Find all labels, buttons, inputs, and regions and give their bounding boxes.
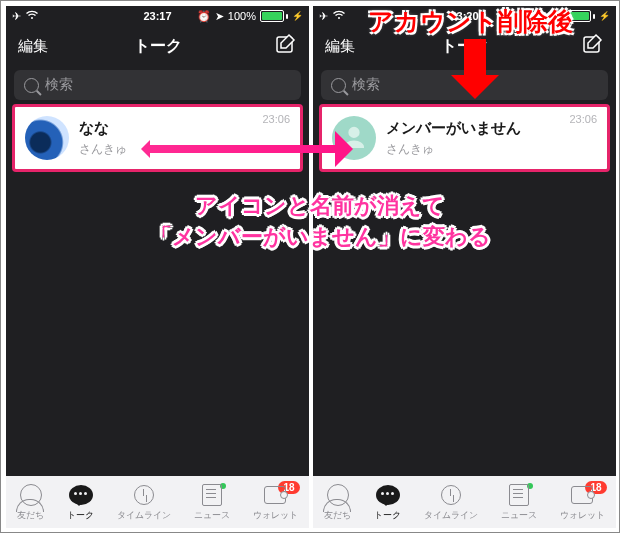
- search-placeholder: 検索: [352, 76, 380, 94]
- friend-icon: [20, 484, 42, 506]
- tab-label: ニュース: [501, 509, 537, 522]
- tab-wallet[interactable]: 18 ウォレット: [560, 483, 605, 522]
- tab-wallet[interactable]: 18 ウォレット: [253, 483, 298, 522]
- airplane-icon: ✈︎: [12, 10, 21, 23]
- battery-icon: ⚡: [260, 10, 303, 22]
- caption-line: 「メンバーがいません」に変わる: [150, 224, 491, 249]
- tab-talk[interactable]: トーク: [67, 483, 94, 522]
- status-bar: ✈︎ 23:17 ⏰ ➤ 100% ⚡: [6, 6, 309, 26]
- friend-icon: [327, 484, 349, 506]
- tab-timeline[interactable]: タイムライン: [117, 483, 171, 522]
- alarm-icon: ⏰: [197, 10, 211, 23]
- tab-label: タイムライン: [424, 509, 478, 522]
- chat-name: メンバーがいません: [386, 119, 521, 138]
- search-field[interactable]: 検索: [14, 70, 301, 100]
- phone-before: ✈︎ 23:17 ⏰ ➤ 100% ⚡ 編集 トーク: [6, 6, 309, 528]
- news-icon: [509, 484, 529, 506]
- wallet-icon: [264, 486, 286, 504]
- edit-button[interactable]: 編集: [18, 37, 48, 56]
- tab-bar: 友だち トーク タイムライン ニュース 18 ウォレット: [6, 476, 309, 528]
- tab-bar: 友だち トーク タイムライン ニュース 18 ウォレット: [313, 476, 616, 528]
- battery-pct: 100%: [228, 10, 256, 22]
- tab-label: ニュース: [194, 509, 230, 522]
- tab-news[interactable]: ニュース: [501, 483, 537, 522]
- compose-button[interactable]: [275, 33, 297, 59]
- status-time: 23:17: [143, 10, 171, 22]
- chat-name: なな: [79, 119, 127, 138]
- chat-time: 23:06: [262, 113, 290, 125]
- annotation-caption: アイコンと名前が消えて 「メンバーがいません」に変わる: [81, 191, 559, 253]
- wifi-icon: [25, 10, 39, 22]
- location-icon: ➤: [215, 10, 224, 23]
- avatar: [25, 116, 69, 160]
- airplane-icon: ✈︎: [319, 10, 328, 23]
- talk-icon: [69, 485, 93, 505]
- search-icon: [24, 78, 39, 93]
- tab-talk[interactable]: トーク: [374, 483, 401, 522]
- tab-label: タイムライン: [117, 509, 171, 522]
- edit-button[interactable]: 編集: [325, 37, 355, 56]
- tab-news[interactable]: ニュース: [194, 483, 230, 522]
- tab-timeline[interactable]: タイムライン: [424, 483, 478, 522]
- arrow-down-icon: [451, 39, 499, 99]
- page-title: トーク: [134, 36, 182, 57]
- caption-line: アイコンと名前が消えて: [195, 193, 445, 218]
- tab-label: ウォレット: [560, 509, 605, 522]
- news-icon: [202, 484, 222, 506]
- wallet-icon: [571, 486, 593, 504]
- tab-label: トーク: [67, 509, 94, 522]
- tab-label: トーク: [374, 509, 401, 522]
- chat-time: 23:06: [569, 113, 597, 125]
- search-placeholder: 検索: [45, 76, 73, 94]
- chat-row[interactable]: メンバーがいません さんきゅ 23:06: [319, 104, 610, 172]
- arrow-right-icon: [141, 131, 353, 167]
- search-icon: [331, 78, 346, 93]
- timeline-icon: [134, 485, 154, 505]
- annotation-title: アカウント削除後: [331, 5, 609, 38]
- tab-label: ウォレット: [253, 509, 298, 522]
- tab-friends[interactable]: 友だち: [17, 483, 44, 522]
- talk-icon: [376, 485, 400, 505]
- comparison-stage: ✈︎ 23:17 ⏰ ➤ 100% ⚡ 編集 トーク: [0, 0, 620, 533]
- chat-preview: さんきゅ: [386, 141, 521, 158]
- timeline-icon: [441, 485, 461, 505]
- nav-bar: 編集 トーク: [6, 26, 309, 66]
- tab-friends[interactable]: 友だち: [324, 483, 351, 522]
- chat-preview: さんきゅ: [79, 141, 127, 158]
